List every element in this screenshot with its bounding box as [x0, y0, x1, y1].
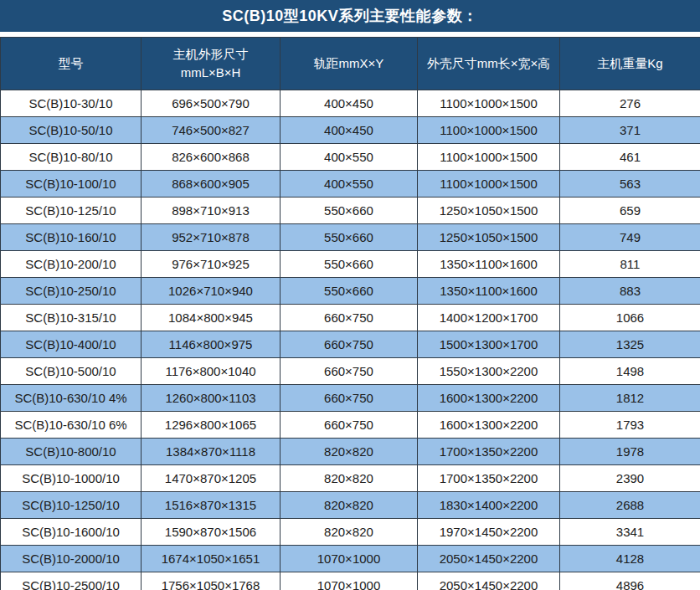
table-cell: 1350×1100×1600	[418, 278, 560, 305]
table-cell: 4896	[560, 572, 700, 590]
table-cell: 1978	[560, 439, 700, 465]
table-cell: 371	[560, 117, 700, 144]
table-cell: SC(B)10-30/10	[1, 90, 142, 117]
table-cell: 550×660	[281, 278, 418, 305]
table-cell: 1070×1000	[281, 572, 418, 590]
table-cell: 1470×870×1205	[142, 465, 281, 492]
table-cell: 1260×800×1103	[142, 385, 281, 412]
table-cell: 1146×800×975	[142, 331, 281, 358]
table-cell: 660×750	[281, 385, 418, 412]
column-header-weight-label: 主机重量Kg	[597, 56, 662, 70]
table-row: SC(B)10-315/101084×800×945660×7501400×12…	[1, 305, 700, 331]
table-cell: 2688	[560, 492, 700, 519]
table-cell: 976×710×925	[142, 251, 281, 278]
table-cell: 400×450	[281, 90, 418, 117]
header-row: 型号 主机外形尺寸 mmL×B×H 轨距mmX×Y 外壳尺寸mm长×宽×高 主机…	[1, 38, 700, 90]
table-cell: SC(B)10-630/10 4%	[1, 385, 142, 412]
table-row: SC(B)10-160/10952×710×878550×6601250×105…	[1, 224, 700, 251]
table-cell: 660×750	[281, 412, 418, 439]
table-cell: 2390	[560, 465, 700, 492]
table-cell: 1384×870×1118	[142, 439, 281, 465]
table-cell: 1100×1000×1500	[418, 117, 560, 144]
table-cell: 1100×1000×1500	[418, 90, 560, 117]
table-cell: 1296×800×1065	[142, 412, 281, 439]
table-cell: 898×710×913	[142, 198, 281, 224]
table-cell: SC(B)10-250/10	[1, 278, 142, 305]
table-row: SC(B)10-630/10 6%1296×800×1065660×750160…	[1, 412, 700, 439]
table-row: SC(B)10-125/10898×710×913550×6601250×105…	[1, 198, 700, 224]
table-cell: 2050×1450×2200	[418, 546, 560, 572]
column-header-main-dims: 主机外形尺寸 mmL×B×H	[142, 38, 281, 90]
table-cell: 1100×1000×1500	[418, 171, 560, 198]
table-cell: 952×710×878	[142, 224, 281, 251]
table-cell: 1812	[560, 385, 700, 412]
table-row: SC(B)10-400/101146×800×975660×7501500×13…	[1, 331, 700, 358]
table-cell: 400×550	[281, 171, 418, 198]
table-cell: 400×550	[281, 144, 418, 171]
table-cell: 1176×800×1040	[142, 358, 281, 385]
table-cell: 550×660	[281, 251, 418, 278]
column-header-model: 型号	[1, 38, 142, 90]
table-row: SC(B)10-1250/101516×870×1315820×8201830×…	[1, 492, 700, 519]
table-cell: 1700×1350×2200	[418, 439, 560, 465]
column-header-weight: 主机重量Kg	[560, 38, 700, 90]
table-cell: SC(B)10-1000/10	[1, 465, 142, 492]
table-cell: 820×820	[281, 519, 418, 546]
spec-table: 型号 主机外形尺寸 mmL×B×H 轨距mmX×Y 外壳尺寸mm长×宽×高 主机…	[0, 37, 700, 590]
table-cell: 461	[560, 144, 700, 171]
table-cell: SC(B)10-500/10	[1, 358, 142, 385]
column-header-shell-dims: 外壳尺寸mm长×宽×高	[418, 38, 560, 90]
table-cell: 820×820	[281, 465, 418, 492]
table-cell: 1590×870×1506	[142, 519, 281, 546]
table-cell: 820×820	[281, 492, 418, 519]
table-row: SC(B)10-250/101026×710×940550×6601350×11…	[1, 278, 700, 305]
table-cell: 749	[560, 224, 700, 251]
table-row: SC(B)10-200/10976×710×925550×6601350×110…	[1, 251, 700, 278]
table-cell: 1100×1000×1500	[418, 144, 560, 171]
table-cell: 1400×1200×1700	[418, 305, 560, 331]
table-cell: 1756×1050×1768	[142, 572, 281, 590]
table-cell: SC(B)10-1600/10	[1, 519, 142, 546]
table-cell: 1325	[560, 331, 700, 358]
table-cell: 1350×1100×1600	[418, 251, 560, 278]
table-header: 型号 主机外形尺寸 mmL×B×H 轨距mmX×Y 外壳尺寸mm长×宽×高 主机…	[1, 38, 700, 90]
table-cell: SC(B)10-315/10	[1, 305, 142, 331]
table-row: SC(B)10-80/10826×600×868400×5501100×1000…	[1, 144, 700, 171]
page-title: SC(B)10型10KV系列主要性能参数：	[0, 0, 700, 32]
table-cell: SC(B)10-400/10	[1, 331, 142, 358]
table-row: SC(B)10-800/101384×870×1118820×8201700×1…	[1, 439, 700, 465]
table-cell: 2050×1450×2200	[418, 572, 560, 590]
table-cell: 1600×1300×2200	[418, 385, 560, 412]
table-cell: SC(B)10-80/10	[1, 144, 142, 171]
table-cell: 820×820	[281, 439, 418, 465]
table-cell: 550×660	[281, 224, 418, 251]
table-cell: 1550×1300×2200	[418, 358, 560, 385]
table-cell: 1500×1300×1700	[418, 331, 560, 358]
table-cell: 696×500×790	[142, 90, 281, 117]
table-cell: 1674×1050×1651	[142, 546, 281, 572]
table-cell: 659	[560, 198, 700, 224]
table-cell: 1793	[560, 412, 700, 439]
table-row: SC(B)10-2500/101756×1050×17681070×100020…	[1, 572, 700, 590]
table-cell: SC(B)10-160/10	[1, 224, 142, 251]
column-header-main-dims-line2: mmL×B×H	[142, 64, 279, 83]
table-cell: 1250×1050×1500	[418, 224, 560, 251]
table-cell: 550×660	[281, 198, 418, 224]
table-cell: 4128	[560, 546, 700, 572]
table-row: SC(B)10-30/10696×500×790400×4501100×1000…	[1, 90, 700, 117]
table-cell: 276	[560, 90, 700, 117]
table-cell: 400×450	[281, 117, 418, 144]
table-cell: 1830×1400×2200	[418, 492, 560, 519]
table-row: SC(B)10-500/101176×800×1040660×7501550×1…	[1, 358, 700, 385]
table-cell: 660×750	[281, 331, 418, 358]
table-cell: 3341	[560, 519, 700, 546]
spec-sheet: SC(B)10型10KV系列主要性能参数： 型号 主机外形尺寸 mmL×B×H …	[0, 0, 700, 590]
table-cell: SC(B)10-2000/10	[1, 546, 142, 572]
table-cell: 1600×1300×2200	[418, 412, 560, 439]
table-row: SC(B)10-2000/101674×1050×16511070×100020…	[1, 546, 700, 572]
column-header-main-dims-line1: 主机外形尺寸	[142, 45, 279, 64]
table-cell: 1498	[560, 358, 700, 385]
table-cell: 1066	[560, 305, 700, 331]
table-cell: 746×500×827	[142, 117, 281, 144]
column-header-rail-gauge: 轨距mmX×Y	[281, 38, 418, 90]
